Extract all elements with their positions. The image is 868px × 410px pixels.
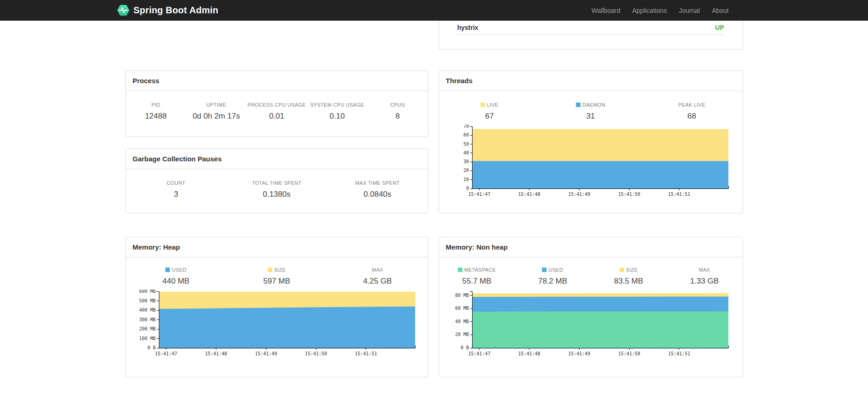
stat-value: 0.10: [307, 112, 367, 121]
stat-value: 440 MB: [126, 277, 226, 286]
threads-chart: 70605040302010015:41:4715:41:4815:41:491…: [439, 125, 743, 199]
stat-label: SYSTEM CPU USAGE: [307, 102, 367, 108]
stat: USED440 MB: [126, 267, 226, 286]
process-panel: Process PID12488UPTIME0d 0h 2m 17sPROCES…: [125, 70, 428, 137]
svg-text:0 B: 0 B: [460, 345, 468, 350]
legend-swatch-icon: [576, 102, 581, 107]
stat: SIZE597 MB: [226, 267, 327, 286]
stat-label: PEAK LIVE: [641, 102, 742, 108]
svg-text:15:41:48: 15:41:48: [518, 351, 540, 356]
stat: SYSTEM CPU USAGE0.10: [307, 102, 367, 121]
svg-text:0: 0: [466, 186, 468, 191]
stat-value: 55.7 MB: [439, 277, 515, 286]
page-content: Process PID12488UPTIME0d 0h 2m 17sPROCES…: [125, 21, 743, 377]
panel-title: Memory: Heap: [126, 237, 428, 257]
stat-value: 12488: [126, 112, 186, 121]
stat: MAX4.25 GB: [327, 267, 428, 286]
svg-text:10: 10: [463, 177, 468, 182]
legend-swatch-icon: [458, 268, 462, 272]
svg-text:15:41:49: 15:41:49: [568, 192, 590, 197]
left-spacer: [125, 21, 428, 70]
threads-legend-stats: LIVE67DAEMON31PEAK LIVE68: [439, 102, 743, 121]
navbar-links: Wallboard Applications Journal About: [586, 0, 735, 21]
stat: SIZE83.5 MB: [591, 267, 666, 286]
legend-swatch-icon: [542, 268, 547, 272]
stat-value: 597 MB: [226, 277, 327, 286]
stat: LIVE67: [439, 102, 540, 121]
svg-text:600 MB: 600 MB: [139, 290, 155, 294]
svg-text:15:41:50: 15:41:50: [304, 351, 327, 356]
threads-panel: Threads LIVE67DAEMON31PEAK LIVE68 706050…: [439, 70, 743, 213]
svg-text:15:41:50: 15:41:50: [618, 351, 640, 356]
stat: METASPACE55.7 MB: [439, 267, 515, 286]
memory-nonheap-panel: Memory: Non heap METASPACE55.7 MBUSED78.…: [439, 237, 743, 377]
panel-title: Threads: [439, 71, 743, 91]
stat: UPTIME0d 0h 2m 17s: [186, 102, 247, 121]
stat: PID12488: [126, 102, 186, 121]
stat-value: 83.5 MB: [591, 277, 666, 286]
stat-label: LIVE: [439, 102, 540, 108]
heap-legend-stats: USED440 MBSIZE597 MBMAX4.25 GB: [126, 267, 428, 286]
gc-panel: Garbage Collection Pauses COUNT3TOTAL TI…: [125, 148, 428, 213]
svg-text:15:41:47: 15:41:47: [468, 192, 490, 197]
panel-title: Memory: Non heap: [439, 237, 743, 257]
stat-label: PID: [126, 102, 186, 108]
process-stats: PID12488UPTIME0d 0h 2m 17sPROCESS CPU US…: [126, 102, 428, 121]
svg-text:15:41:47: 15:41:47: [155, 351, 177, 356]
left-column: Process PID12488UPTIME0d 0h 2m 17sPROCES…: [125, 21, 428, 377]
svg-text:20 MB: 20 MB: [455, 332, 468, 337]
svg-text:15:41:49: 15:41:49: [255, 351, 277, 356]
stat-value: 4.25 GB: [327, 277, 428, 286]
stat-value: 1.33 GB: [666, 277, 742, 286]
nav-item-applications[interactable]: Applications: [626, 0, 673, 21]
right-column: hystrix UP Threads LIVE67DAEMON31PEAK LI…: [439, 21, 743, 377]
nav-item-journal[interactable]: Journal: [673, 0, 706, 21]
stat-label: COUNT: [126, 180, 226, 186]
stat-value: 68: [641, 112, 742, 121]
svg-text:60: 60: [463, 132, 468, 137]
svg-text:40: 40: [463, 150, 468, 155]
stat: PEAK LIVE68: [641, 102, 742, 121]
stat-label: UPTIME: [186, 102, 247, 108]
svg-text:400 MB: 400 MB: [139, 308, 155, 313]
stat-label: DAEMON: [540, 102, 641, 108]
stat: TOTAL TIME SPENT0.1380s: [226, 180, 327, 199]
svg-text:15:41:51: 15:41:51: [668, 351, 690, 356]
panel-title: Garbage Collection Pauses: [126, 149, 428, 169]
panel-title: Process: [126, 71, 428, 91]
brand[interactable]: Spring Boot Admin: [117, 4, 219, 17]
svg-text:40 MB: 40 MB: [455, 319, 468, 324]
application-name[interactable]: hystrix: [457, 24, 479, 31]
svg-text:50: 50: [463, 142, 468, 147]
gc-stats: COUNT3TOTAL TIME SPENT0.1380sMAX TIME SP…: [126, 180, 428, 199]
stat-value: 0.0840s: [327, 190, 428, 199]
svg-text:15:41:49: 15:41:49: [568, 351, 590, 356]
stat-label: PROCESS CPU USAGE: [247, 102, 307, 108]
legend-swatch-icon: [620, 268, 624, 272]
application-row[interactable]: hystrix UP: [457, 21, 724, 35]
nonheap-legend-stats: METASPACE55.7 MBUSED78.2 MBSIZE83.5 MBMA…: [439, 267, 743, 286]
svg-text:15:41:50: 15:41:50: [618, 192, 640, 197]
stat: MAX TIME SPENT0.0840s: [327, 180, 428, 199]
stat-value: 3: [126, 190, 226, 199]
nav-item-about[interactable]: About: [706, 0, 735, 21]
stat-label: USED: [515, 267, 591, 273]
svg-text:200 MB: 200 MB: [139, 326, 155, 331]
svg-text:15:41:48: 15:41:48: [518, 192, 540, 197]
stat-value: 0.1380s: [226, 190, 327, 199]
nav-item-wallboard[interactable]: Wallboard: [586, 0, 626, 21]
svg-text:30: 30: [463, 159, 468, 164]
svg-text:500 MB: 500 MB: [139, 298, 155, 303]
svg-text:15:41:51: 15:41:51: [355, 351, 377, 356]
stat-value: 31: [540, 112, 641, 121]
svg-text:100 MB: 100 MB: [139, 336, 155, 341]
brand-title: Spring Boot Admin: [134, 5, 219, 16]
legend-swatch-icon: [268, 268, 272, 272]
memory-heap-panel: Memory: Heap USED440 MBSIZE597 MBMAX4.25…: [125, 237, 428, 377]
stat-label: MAX: [666, 267, 742, 273]
stat-label: TOTAL TIME SPENT: [226, 180, 327, 186]
svg-text:15:41:48: 15:41:48: [205, 351, 227, 356]
stat-value: 67: [439, 112, 540, 121]
svg-text:20: 20: [463, 168, 468, 173]
stat-label: SIZE: [591, 267, 666, 273]
